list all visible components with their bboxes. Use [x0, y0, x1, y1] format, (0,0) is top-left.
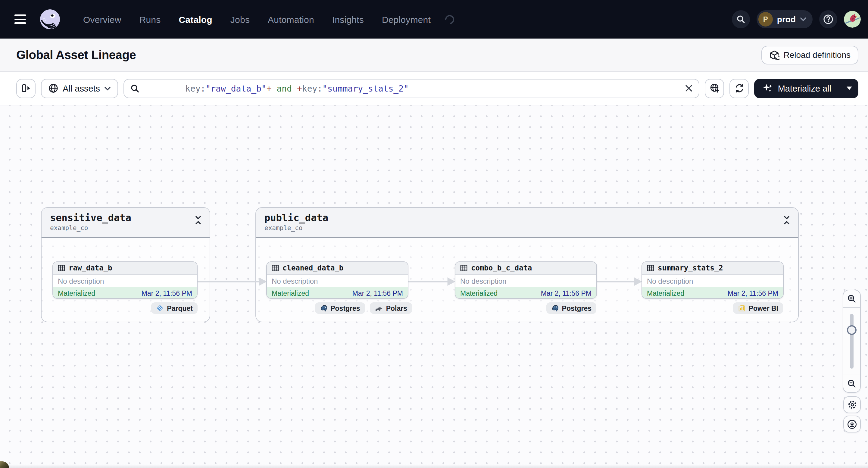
globe-add-icon [710, 83, 720, 93]
refresh-button[interactable] [730, 79, 749, 98]
refresh-icon [734, 83, 745, 93]
search-query: key:"raw_data_b"+ and +key:"summary_stat… [145, 74, 409, 103]
collapse-icon [783, 216, 790, 225]
zoom-slider-track [850, 314, 854, 369]
query-segment: + [297, 84, 302, 93]
menu-button[interactable] [10, 9, 30, 30]
gear-icon [847, 400, 857, 410]
download-image-button[interactable] [843, 415, 861, 433]
asset-scope-label: All assets [63, 84, 100, 93]
nav-item-runs[interactable]: Runs [140, 14, 161, 24]
corner-artifact [0, 461, 9, 468]
collapse-icon [194, 216, 202, 225]
graph-settings-button[interactable] [843, 396, 861, 413]
hamburger-icon [14, 14, 26, 16]
top-nav: Overview Runs Catalog Jobs Automation In… [0, 0, 868, 38]
asset-scope-dropdown[interactable]: All assets [41, 79, 118, 98]
asset-node-header: raw_data_b [53, 262, 197, 275]
tag-postgres[interactable]: Postgres [315, 302, 365, 314]
zoom-out-icon [847, 379, 857, 388]
materialization-time: Mar 2, 11:56 PM [727, 289, 778, 297]
asset-status-row: Materialized Mar 2, 11:56 PM [642, 287, 783, 299]
collapse-group-button[interactable] [194, 216, 202, 225]
help-button[interactable] [819, 10, 837, 28]
primary-nav: Overview Runs Catalog Jobs Automation In… [83, 14, 454, 24]
asset-node-cleaned-data-b[interactable]: cleaned_data_b No description Materializ… [266, 261, 408, 299]
materialize-options-button[interactable] [840, 79, 858, 98]
asset-tags-raw-data-b: Parquet [151, 302, 197, 314]
reload-definitions-label: Reload definitions [783, 50, 850, 60]
zoom-slider[interactable] [843, 307, 860, 375]
nav-item-jobs[interactable]: Jobs [230, 14, 250, 24]
loading-spinner-icon [443, 13, 456, 26]
asset-description: No description [455, 275, 596, 287]
postgres-icon [319, 304, 328, 312]
zoom-in-button[interactable] [843, 290, 860, 307]
table-icon [58, 264, 65, 272]
nav-item-insights[interactable]: Insights [332, 14, 364, 24]
lineage-toolbar: All assets key:"raw_data_b"+ and +key:"s… [0, 72, 868, 105]
zoom-out-button[interactable] [843, 375, 860, 392]
clear-search-button[interactable] [685, 84, 693, 92]
tag-label: Polars [386, 305, 407, 312]
group-header: sensitive_data example_co [41, 208, 210, 238]
tag-powerbi[interactable]: Power BI [733, 302, 783, 314]
search-icon [130, 84, 140, 93]
asset-node-summary-stats-2[interactable]: summary_stats_2 No description Materiali… [642, 261, 784, 299]
powerbi-icon [738, 304, 746, 312]
chevron-down-icon [800, 17, 807, 22]
asset-name: raw_data_b [69, 264, 112, 272]
query-segment: "summary_stats_2" [322, 84, 409, 93]
asset-description: No description [53, 275, 197, 287]
asset-tags-summary-stats-2: Power BI [733, 302, 783, 314]
asset-name: combo_b_c_data [471, 264, 532, 272]
asset-node-raw-data-b[interactable]: raw_data_b No description Materialized M… [53, 261, 197, 299]
asset-search-input[interactable]: key:"raw_data_b"+ and +key:"summary_stat… [123, 79, 700, 98]
search-icon [736, 14, 746, 24]
global-search-button[interactable] [732, 10, 750, 28]
reload-definitions-button[interactable]: Reload definitions [761, 45, 858, 64]
asset-graph-settings-button[interactable] [705, 79, 724, 98]
asset-node-header: cleaned_data_b [267, 262, 408, 275]
tag-label: Parquet [167, 305, 193, 312]
tag-polars[interactable]: Polars [370, 302, 412, 314]
globe-icon [48, 83, 58, 93]
chevron-down-icon [104, 86, 111, 91]
asset-status-row: Materialized Mar 2, 11:56 PM [267, 287, 408, 299]
nav-item-overview[interactable]: Overview [83, 14, 121, 24]
zoom-slider-handle[interactable] [847, 325, 857, 335]
toggle-sidebar-button[interactable] [16, 79, 35, 98]
panel-toggle-icon [21, 83, 31, 93]
user-avatar[interactable] [844, 11, 861, 28]
sparkle-icon [763, 83, 773, 93]
asset-tags-cleaned-data-b: Postgres Polars [315, 302, 412, 314]
nav-item-automation[interactable]: Automation [268, 14, 314, 24]
materialize-split-button: Materialize all [754, 79, 858, 98]
zoom-in-icon [847, 294, 857, 304]
dagster-logo[interactable] [38, 8, 61, 31]
status-label: Materialized [647, 289, 684, 297]
asset-description: No description [642, 275, 783, 287]
query-segment: key: [302, 84, 322, 93]
status-label: Materialized [58, 289, 95, 297]
help-icon [823, 14, 834, 25]
group-header: public_data example_co [256, 208, 798, 238]
deployment-switcher[interactable]: P prod [756, 10, 813, 28]
asset-node-combo-b-c-data[interactable]: combo_b_c_data No description Materializ… [455, 261, 597, 299]
materialize-all-button[interactable]: Materialize all [754, 79, 840, 98]
materialization-time: Mar 2, 11:56 PM [541, 289, 591, 297]
postgres-icon [551, 304, 559, 312]
query-segment: key: [185, 84, 206, 93]
page-title: Global Asset Lineage [16, 48, 136, 62]
tag-postgres[interactable]: Postgres [546, 302, 596, 314]
nav-item-catalog[interactable]: Catalog [179, 14, 212, 24]
asset-description: No description [267, 275, 408, 287]
reload-cube-icon [769, 50, 779, 60]
nav-item-deployment[interactable]: Deployment [382, 14, 431, 24]
collapse-group-button[interactable] [783, 216, 790, 225]
deployment-label: prod [777, 14, 796, 24]
group-title: public_data [265, 212, 790, 223]
tag-parquet[interactable]: Parquet [151, 302, 197, 314]
lineage-canvas[interactable]: sensitive_data example_co public_data ex… [0, 105, 868, 468]
parquet-icon [156, 304, 164, 312]
